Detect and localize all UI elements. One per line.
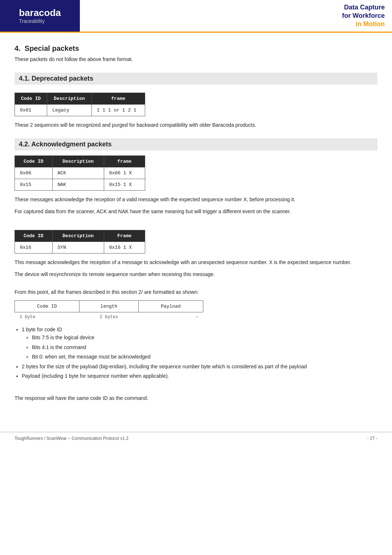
table-row: 0x01 Legacy 1 1 1 or 1 2 1 xyxy=(15,105,145,116)
frame-label-bytes1: 1 byte xyxy=(15,315,79,320)
section4-title: 4. Special packets xyxy=(15,44,377,53)
sub-bullet-list: Bits 7:5 is the logical device Bits 4:1 … xyxy=(32,333,377,361)
table-syn-col2: Description xyxy=(52,230,104,242)
section41-desc: These 2 sequences will be recognized and… xyxy=(15,121,377,129)
tagline-line-2: for Workforce xyxy=(342,12,385,20)
bullet-item-3: Payload (including 1 byte for sequence n… xyxy=(22,372,377,380)
table-row: 0x15 NAK 0x15 1 X xyxy=(15,179,145,191)
ack-frame1: 0x06 1 X xyxy=(104,167,145,179)
frame-intro: From this point, all the frames describe… xyxy=(15,288,377,296)
logo-area: baracoda Traceability xyxy=(0,0,80,32)
ack-desc1: ACK xyxy=(52,167,104,179)
frame-col-length: length xyxy=(79,301,138,312)
frame-format-table: Code ID length Payload xyxy=(15,300,203,312)
syn-frame: 0x16 1 X xyxy=(104,242,145,254)
footer-left: ToughRunners / ScanWear – Communication … xyxy=(15,436,128,441)
table-syn: Code ID Description Frame 0x16 SYN 0x16 … xyxy=(15,230,145,254)
deprecated-code: 0x01 xyxy=(15,105,47,116)
page-header: baracoda Traceability Data Capture for W… xyxy=(0,0,392,33)
section42-title: 4.2. Acknowledgment packets xyxy=(15,138,377,150)
table-syn-col1: Code ID xyxy=(15,230,53,242)
table-deprecated-col3: frame xyxy=(91,93,145,105)
ack-frame2: 0x15 1 X xyxy=(104,179,145,191)
sub-bullet-1b: Bits 4:1 is the command xyxy=(32,343,377,351)
response-note: The response will have the same code ID … xyxy=(15,394,377,402)
section41-title: 4.1. Deprecated packets xyxy=(15,73,377,85)
section42-desc3: This message acknowledges the reception … xyxy=(15,259,377,266)
table-ack-col2: Description xyxy=(52,156,104,167)
sub-bullet-1c: Bit 0: when set, the message must be ack… xyxy=(32,353,377,361)
table-row: 0x16 SYN 0x16 1 X xyxy=(15,242,145,254)
logo-main: baracoda xyxy=(19,8,61,18)
sub-bullet-1a: Bits 7:5 is the logical device xyxy=(32,333,377,341)
frame-col-payload: Payload xyxy=(139,301,203,312)
section4-desc: These packets do not follow the above fr… xyxy=(15,56,377,63)
section4-heading: Special packets xyxy=(25,44,79,52)
table-deprecated-col1: Code ID xyxy=(15,93,47,105)
section42-desc1: These messages acknowledge the reception… xyxy=(15,196,377,203)
frame-label-dash: – xyxy=(139,315,203,320)
bullet-item-1: 1 byte for code ID Bits 7:5 is the logic… xyxy=(22,325,377,361)
bullet-item-2: 2 bytes for the size of the payload (big… xyxy=(22,362,377,370)
deprecated-frame: 1 1 1 or 1 2 1 xyxy=(91,105,145,116)
main-content: 4. Special packets These packets do not … xyxy=(0,33,392,421)
syn-code: 0x16 xyxy=(15,242,53,254)
table-ack-col1: Code ID xyxy=(15,156,53,167)
syn-desc: SYN xyxy=(52,242,104,254)
frame-label-bytes2: 2 bytes xyxy=(79,315,139,320)
footer-right: - 27 - xyxy=(367,436,377,441)
table-row: 0x06 ACK 0x06 1 X xyxy=(15,167,145,179)
table-ack-col3: frame xyxy=(104,156,145,167)
section42-desc2: For captured data from the scanner, ACK … xyxy=(15,208,377,215)
ack-code1: 0x06 xyxy=(15,167,53,179)
table-deprecated-col2: Description xyxy=(47,93,91,105)
section42-desc4: The device will resynchronize its remote… xyxy=(15,271,377,278)
logo-sub: Traceability xyxy=(19,18,61,24)
table-ack: Code ID Description frame 0x06 ACK 0x06 … xyxy=(15,155,145,191)
bullet-list-main: 1 byte for code ID Bits 7:5 is the logic… xyxy=(22,325,377,380)
tagline-line-1: Data Capture xyxy=(344,4,385,11)
frame-table-labels: 1 byte 2 bytes – xyxy=(15,315,203,320)
ack-desc2: NAK xyxy=(52,179,104,191)
page-footer: ToughRunners / ScanWear – Communication … xyxy=(0,432,392,445)
frame-col-codeid: Code ID xyxy=(15,301,79,312)
tagline-line-3: in Motion xyxy=(356,20,385,28)
table-syn-col3: Frame xyxy=(104,230,145,242)
deprecated-desc: Legacy xyxy=(47,105,91,116)
section4-number: 4. xyxy=(15,44,21,52)
ack-code2: 0x15 xyxy=(15,179,53,191)
table-deprecated: Code ID Description frame 0x01 Legacy 1 … xyxy=(15,93,145,116)
header-tagline: Data Capture for Workforce in Motion xyxy=(80,0,392,32)
